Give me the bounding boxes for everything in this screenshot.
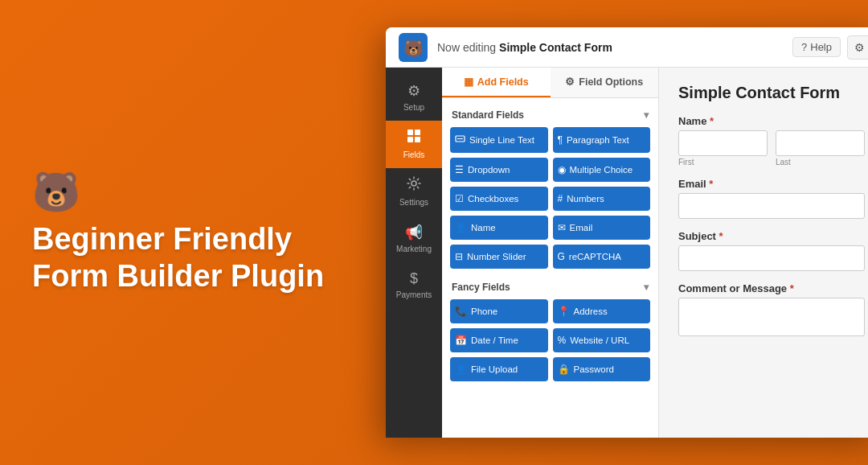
website-url-icon: % — [558, 335, 567, 346]
setup-icon: ⚙ — [407, 82, 420, 100]
tagline-line2: Form Builder Plugin — [32, 259, 324, 293]
file-upload-label: File Upload — [471, 364, 518, 374]
svg-rect-3 — [415, 130, 420, 135]
setup-label: Setup — [403, 103, 424, 113]
svg-rect-2 — [407, 130, 413, 135]
phone-icon: 📞 — [455, 306, 467, 317]
email-icon: ✉ — [558, 222, 566, 233]
multiple-choice-label: Multiple Choice — [570, 165, 633, 175]
sidebar: ⚙ Setup Fields — [386, 68, 442, 438]
panel-tabs: ▦ Add Fields ⚙ Field Options — [442, 68, 658, 98]
svg-rect-4 — [407, 137, 413, 142]
website-url-label: Website / URL — [570, 335, 629, 345]
fields-icon — [407, 129, 421, 147]
dropdown-label: Dropdown — [468, 165, 510, 175]
file-upload-icon: 👤 — [455, 364, 467, 375]
payments-label: Payments — [396, 290, 432, 300]
svg-point-6 — [411, 181, 416, 186]
field-btn-date-time[interactable]: 📅 Date / Time — [450, 328, 548, 352]
field-btn-paragraph-text[interactable]: ¶ Paragraph Text — [553, 127, 651, 153]
sidebar-item-fields[interactable]: Fields — [386, 121, 442, 168]
sidebar-item-payments[interactable]: $ Payments — [386, 262, 442, 308]
standard-fields-title: Standard Fields — [452, 109, 524, 121]
svg-text:🐻: 🐻 — [403, 39, 424, 58]
field-btn-numbers[interactable]: # Numbers — [553, 187, 651, 211]
comment-textarea[interactable] — [678, 298, 865, 336]
form-name: Simple Contact Form — [499, 41, 612, 54]
field-btn-checkboxes[interactable]: ☑ Checkboxes — [450, 187, 548, 211]
last-sublabel: Last — [776, 158, 865, 167]
sidebar-item-marketing[interactable]: 📢 Marketing — [386, 216, 442, 262]
field-btn-single-line-text[interactable]: Single Line Text — [450, 127, 548, 153]
subject-input[interactable] — [678, 245, 865, 271]
field-btn-name[interactable]: 👤 Name — [450, 216, 548, 240]
number-slider-label: Number Slider — [467, 252, 526, 261]
field-btn-website-url[interactable]: % Website / URL — [553, 328, 651, 352]
address-icon: 📍 — [558, 306, 570, 317]
date-time-icon: 📅 — [455, 335, 467, 346]
title-bar: 🐻 Now editing Simple Contact Form ? Help… — [386, 27, 868, 68]
field-btn-password[interactable]: 🔒 Password — [553, 357, 651, 381]
add-fields-tab-icon: ▦ — [464, 76, 473, 88]
field-btn-recaptcha[interactable]: G reCAPTCHA — [553, 245, 651, 269]
last-name-input[interactable] — [776, 130, 865, 156]
fields-panel: ▦ Add Fields ⚙ Field Options Standard Fi… — [442, 68, 659, 438]
form-field-comment: Comment or Message * — [678, 282, 865, 336]
checkboxes-label: Checkboxes — [468, 194, 518, 204]
subject-field-label: Subject * — [678, 230, 865, 242]
name-field-label: Name * — [678, 115, 865, 127]
form-field-name: Name * First Last — [678, 115, 865, 167]
multiple-choice-icon: ◉ — [558, 164, 566, 175]
field-btn-email[interactable]: ✉ Email — [553, 216, 651, 240]
first-sublabel: First — [678, 158, 768, 167]
fields-label: Fields — [403, 150, 425, 160]
recaptcha-icon: G — [558, 251, 565, 262]
field-btn-address[interactable]: 📍 Address — [553, 299, 651, 323]
help-button[interactable]: ? Help — [792, 37, 841, 57]
form-field-subject: Subject * — [678, 230, 865, 271]
paragraph-text-label: Paragraph Text — [567, 135, 629, 145]
field-btn-file-upload[interactable]: 👤 File Upload — [450, 357, 548, 381]
email-label: Email — [570, 223, 593, 232]
field-btn-dropdown[interactable]: ☰ Dropdown — [450, 158, 548, 182]
first-name-input[interactable] — [678, 130, 768, 156]
field-btn-multiple-choice[interactable]: ◉ Multiple Choice — [553, 158, 651, 182]
last-name-col: Last — [776, 130, 865, 167]
field-options-tab-icon: ⚙ — [565, 76, 575, 88]
settings-sidebar-icon — [407, 176, 421, 195]
numbers-label: Numbers — [567, 194, 604, 204]
svg-rect-5 — [415, 137, 420, 142]
first-name-col: First — [678, 130, 768, 167]
standard-chevron-icon: ▾ — [644, 109, 649, 121]
hero-tagline: Beginner Friendly Form Builder Plugin — [32, 221, 324, 294]
payments-icon: $ — [410, 270, 418, 287]
field-options-tab-label: Field Options — [579, 76, 643, 88]
comment-field-label: Comment or Message * — [678, 282, 865, 294]
form-preview: Simple Contact Form Name * First Last — [659, 68, 868, 438]
tagline-line1: Beginner Friendly — [32, 222, 292, 256]
name-icon: 👤 — [455, 222, 467, 233]
email-input[interactable] — [678, 193, 865, 219]
fields-scroll[interactable]: Standard Fields ▾ Single Line Text ¶ Par… — [442, 98, 658, 438]
title-text: Now editing Simple Contact Form — [437, 41, 792, 54]
settings-icon: ⚙ — [854, 41, 865, 54]
add-fields-tab-label: Add Fields — [477, 76, 529, 88]
help-icon: ? — [801, 41, 807, 53]
sidebar-item-settings[interactable]: Settings — [386, 168, 442, 216]
email-field-label: Email * — [678, 178, 865, 190]
subject-required-marker: * — [719, 230, 723, 242]
field-btn-number-slider[interactable]: ⊟ Number Slider — [450, 245, 548, 269]
single-line-text-label: Single Line Text — [469, 135, 534, 145]
field-btn-phone[interactable]: 📞 Phone — [450, 299, 548, 323]
tab-field-options[interactable]: ⚙ Field Options — [551, 68, 659, 97]
tab-add-fields[interactable]: ▦ Add Fields — [442, 68, 551, 97]
standard-fields-header: Standard Fields ▾ — [450, 106, 650, 127]
password-label: Password — [574, 364, 615, 374]
builder-window: 🐻 Now editing Simple Contact Form ? Help… — [386, 27, 868, 438]
marketing-icon: 📢 — [405, 224, 423, 241]
settings-button[interactable]: ⚙ — [847, 35, 868, 60]
recaptcha-label: reCAPTCHA — [569, 252, 621, 261]
name-label: Name — [471, 223, 496, 232]
sidebar-item-setup[interactable]: ⚙ Setup — [386, 74, 442, 121]
settings-sidebar-label: Settings — [399, 198, 428, 208]
